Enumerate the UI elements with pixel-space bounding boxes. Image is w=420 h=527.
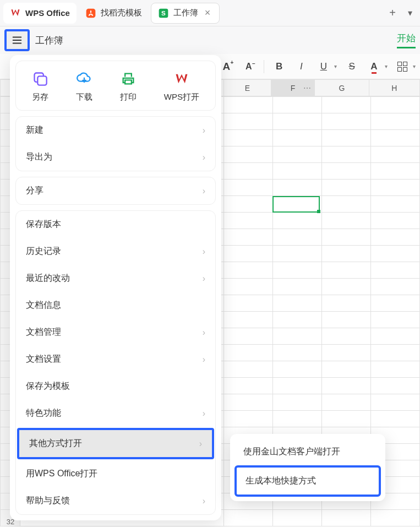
new-tab-button[interactable]: + [384,4,401,22]
cloud-download-icon [77,71,92,86]
close-icon[interactable]: × [203,7,213,19]
tab-more-button[interactable]: ▾ [403,8,417,18]
menu-save-template[interactable]: 保存为模板 [16,373,215,400]
menu-special-features[interactable]: 特色功能› [16,400,215,427]
chevron-right-icon: › [203,186,205,196]
open-wps-button[interactable]: WPS打开 [164,71,199,102]
borders-button[interactable] [395,59,410,74]
submenu-create-shortcut[interactable]: 生成本地快捷方式 [234,465,381,497]
chevron-down-icon[interactable]: ▾ [413,63,416,69]
strikethrough-button[interactable]: S [345,59,359,74]
increase-font-button[interactable]: A+ [219,59,233,74]
tab-templates[interactable]: 找稻壳模板 [79,3,149,24]
tab-app-home[interactable]: WPS Office [3,3,77,24]
wps-icon [174,71,189,86]
col-header[interactable]: E [224,80,271,96]
print-label: 打印 [120,92,137,102]
document-title: 工作簿 [35,34,63,47]
template-icon [85,8,96,19]
chevron-right-icon: › [203,409,205,419]
chevron-down-icon[interactable]: ▾ [334,63,337,69]
menu-help-feedback[interactable]: 帮助与反馈› [16,487,215,514]
save-as-button[interactable]: 另存 [32,71,48,102]
chevron-right-icon: › [203,496,205,506]
separator [264,60,264,73]
chevron-right-icon: › [203,274,205,284]
chevron-right-icon: › [203,247,205,257]
chevron-right-icon: › [199,439,202,449]
chevron-down-icon[interactable]: ▾ [385,63,388,69]
tab-workbook-label: 工作簿 [173,8,198,18]
tab-templates-label: 找稻壳模板 [101,8,142,18]
menu-open-wps-office[interactable]: 用WPS Office打开 [16,460,215,487]
tab-app-label: WPS Office [25,8,70,18]
menu-new[interactable]: 新建› [16,117,215,144]
menu-doc-settings[interactable]: 文档设置› [16,346,215,373]
chevron-right-icon: › [203,126,205,135]
chevron-right-icon: › [203,328,205,338]
decrease-font-button[interactable]: A– [242,59,256,74]
underline-button[interactable]: U [317,59,331,74]
menu-doc-manage[interactable]: 文档管理› [16,319,215,346]
menu-recent-changes[interactable]: 最近的改动› [16,265,215,292]
menu-open-other[interactable]: 其他方式打开› [17,428,214,459]
title-bar: 工作簿 开始 [0,26,420,54]
save-as-label: 另存 [32,92,48,102]
wps-logo-icon [10,8,21,19]
col-header[interactable]: G [315,80,369,96]
svg-rect-4 [37,76,46,85]
download-button[interactable]: 下载 [76,71,92,102]
chevron-right-icon: › [203,153,205,162]
chevron-right-icon: › [203,355,205,365]
menu-doc-info[interactable]: 文档信息 [16,292,215,319]
ribbon-tab-start[interactable]: 开始 [397,32,416,48]
save-as-icon [32,71,48,86]
print-icon [121,71,136,86]
menu-history[interactable]: 历史记录› [16,238,215,265]
italic-button[interactable]: I [294,59,308,74]
svg-text:S: S [161,9,166,17]
font-color-button[interactable]: A [367,59,381,74]
tab-workbook[interactable]: S 工作簿 × [151,3,220,24]
menu-share[interactable]: 分享› [16,177,215,204]
menu-save-version[interactable]: 保存版本 [16,211,215,238]
col-header[interactable]: H [369,80,419,96]
bold-button[interactable]: B [272,59,286,74]
open-wps-label: WPS打开 [164,92,199,102]
submenu-open-kdocs-client[interactable]: 使用金山文档客户端打开 [234,438,381,465]
print-button[interactable]: 打印 [120,71,137,102]
hamburger-icon [11,34,23,46]
selected-cell[interactable] [272,196,320,213]
tab-bar: WPS Office 找稻壳模板 S 工作簿 × + ▾ [0,0,420,26]
menu-export-as[interactable]: 导出为› [16,144,215,171]
main-menu-panel: 另存 下载 打印 WPS打开 新建› 导出为› 分享› 保存版本 历史记录› 最… [10,55,221,520]
col-header-selected[interactable]: F [271,80,314,96]
spreadsheet-icon: S [158,8,169,19]
download-label: 下载 [76,92,92,102]
open-other-submenu: 使用金山文档客户端打开 生成本地快捷方式 [230,434,385,501]
main-menu-button[interactable] [4,29,30,51]
